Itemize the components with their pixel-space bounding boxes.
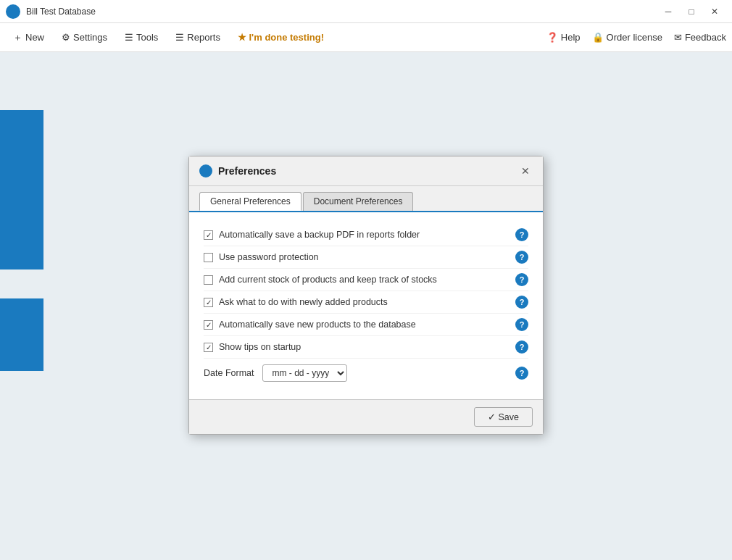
pref-row-stock: Add current stock of products and keep t… <box>204 269 528 291</box>
save-button[interactable]: ✓ Save <box>474 407 533 427</box>
dialog-close-button[interactable]: ✕ <box>518 164 533 178</box>
title-bar: Bill Test Database ─ □ ✕ <box>0 0 732 23</box>
help-icon-newly-added[interactable]: ? <box>515 296 528 309</box>
app-logo <box>6 4 20 19</box>
pref-row-password: Use password protection ? <box>204 246 528 269</box>
window-title: Bill Test Database <box>26 7 657 17</box>
checkbox-stock[interactable] <box>204 275 213 285</box>
tab-general-preferences[interactable]: General Preferences <box>199 192 301 211</box>
preferences-dialog: Preferences ✕ General Preferences Docume… <box>188 156 544 435</box>
label-newly-added: Ask what to do with newly added products <box>219 297 388 307</box>
label-backup-pdf: Automatically save a backup PDF in repor… <box>219 230 420 240</box>
dialog-body: ✓ Automatically save a backup PDF in rep… <box>189 211 543 399</box>
dialog-logo <box>199 164 212 177</box>
tab-bar: General Preferences Document Preferences <box>189 186 543 211</box>
date-format-row: Date Format mm - dd - yyyy dd - mm - yyy… <box>204 359 528 388</box>
window-controls: ─ □ ✕ <box>657 0 726 23</box>
minimize-button[interactable]: ─ <box>657 0 680 23</box>
dialog-title-bar: Preferences ✕ <box>189 156 543 186</box>
dialog-footer: ✓ Save <box>189 399 543 434</box>
checkbox-auto-save[interactable]: ✓ <box>204 320 213 330</box>
help-icon-backup-pdf[interactable]: ? <box>515 228 528 241</box>
dialog-overlay: Preferences ✕ General Preferences Docume… <box>0 30 732 560</box>
help-icon-date-format[interactable]: ? <box>515 367 528 380</box>
label-password: Use password protection <box>219 252 319 262</box>
date-format-select[interactable]: mm - dd - yyyy dd - mm - yyyy yyyy - mm … <box>262 364 347 382</box>
label-tips: Show tips on startup <box>219 342 301 352</box>
main-content: Preferences ✕ General Preferences Docume… <box>0 52 732 560</box>
dialog-title: Preferences <box>218 165 276 177</box>
dialog-title-left: Preferences <box>199 164 276 177</box>
pref-row-tips: ✓ Show tips on startup ? <box>204 336 528 359</box>
help-icon-password[interactable]: ? <box>515 251 528 264</box>
pref-row-auto-save: ✓ Automatically save new products to the… <box>204 314 528 336</box>
help-icon-auto-save[interactable]: ? <box>515 318 528 331</box>
label-stock: Add current stock of products and keep t… <box>219 275 437 285</box>
checkbox-password[interactable] <box>204 253 213 262</box>
pref-row-newly-added: ✓ Ask what to do with newly added produc… <box>204 291 528 314</box>
label-auto-save: Automatically save new products to the d… <box>219 319 416 330</box>
maximize-button[interactable]: □ <box>680 0 703 23</box>
help-icon-tips[interactable]: ? <box>515 340 528 354</box>
help-icon-stock[interactable]: ? <box>515 273 528 286</box>
checkbox-backup-pdf[interactable]: ✓ <box>204 230 213 240</box>
tab-document-preferences[interactable]: Document Preferences <box>303 192 414 211</box>
window-close-button[interactable]: ✕ <box>703 0 726 23</box>
pref-row-backup-pdf: ✓ Automatically save a backup PDF in rep… <box>204 224 528 246</box>
checkbox-newly-added[interactable]: ✓ <box>204 298 213 307</box>
checkbox-tips[interactable]: ✓ <box>204 343 213 352</box>
date-format-label: Date Format <box>204 368 254 378</box>
